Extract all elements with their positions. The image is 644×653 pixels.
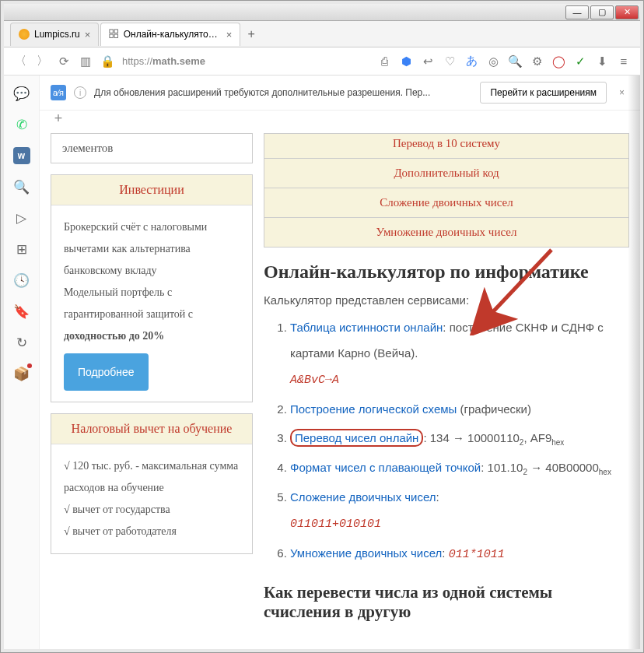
intro-text: Калькулятор представлен сервисами: — [264, 293, 629, 307]
messenger-icon[interactable]: 💬 — [13, 85, 30, 102]
sidebar-plus-row: + — [40, 111, 640, 133]
goto-extensions-button[interactable]: Перейти к расширениям — [480, 82, 607, 104]
item-tail: : 101.102 → 40B00000hex — [481, 461, 611, 474]
window-maximize-button[interactable]: ▢ — [590, 5, 614, 19]
notification-text: Для обновления расширений требуются допо… — [94, 87, 472, 98]
element-fragment: элементов — [51, 133, 253, 163]
forward-button[interactable]: 〉 — [35, 54, 49, 68]
list-item: Таблица истинности онлайн: построение СК… — [290, 314, 629, 393]
list-item: Перевод чисел онлайн: 134 → 100001102, A… — [290, 425, 629, 451]
binary-mul-link[interactable]: Умножение двоичных чисел — [290, 546, 442, 560]
code-sample: 011011+010101 — [290, 518, 381, 531]
toplink-item[interactable]: Умножение двоичных чисел — [264, 218, 628, 247]
card-text: √ 120 тыс. руб. - максимальная сумма рас… — [64, 455, 240, 499]
svg-rect-1 — [114, 30, 117, 33]
search-icon[interactable]: 🔍 — [13, 178, 30, 195]
svg-rect-3 — [114, 34, 117, 37]
svg-rect-0 — [110, 30, 113, 33]
toplink-item[interactable]: Перевод в 10 систему — [264, 134, 628, 159]
tab-close-icon[interactable]: × — [85, 29, 91, 40]
reload-button[interactable]: ⟳ — [57, 54, 71, 68]
window-minimize-button[interactable]: — — [565, 5, 589, 19]
sidebar-add-icon[interactable]: + — [51, 111, 66, 127]
float-format-link[interactable]: Формат чисел с плавающей точкой — [290, 461, 481, 474]
window-close-button[interactable]: ✕ — [615, 5, 639, 19]
back-small-icon[interactable]: ↩ — [421, 54, 435, 68]
notification-close-icon[interactable]: × — [614, 87, 629, 98]
tab-title: Онлайн-калькулятор по и — [124, 29, 222, 40]
more-button[interactable]: Подробнее — [64, 353, 149, 391]
list-item: Построение логической схемы (графически) — [290, 396, 629, 422]
lock-icon[interactable]: 🔒 — [100, 54, 114, 68]
section-heading: Как перевести числа из одной системы счи… — [264, 583, 629, 622]
back-button[interactable]: 〈 — [13, 54, 27, 68]
speed-dial-icon[interactable]: ▥ — [79, 54, 93, 68]
code-sample: 011*1011 — [449, 548, 505, 561]
card-text: √ вычет от государства — [64, 499, 240, 521]
toplink-item[interactable]: Дополнительный код — [264, 159, 628, 188]
download-icon[interactable]: ⬇ — [595, 54, 609, 68]
list-item: Сложение двоичных чисел: 011011+010101 — [290, 484, 629, 537]
camera-icon[interactable]: ⎙ — [377, 54, 391, 68]
toplink-item[interactable]: Сложение двоичных чисел — [264, 188, 628, 218]
card-text: Брокерский счёт с налоговыми вычетами ка… — [64, 216, 240, 282]
tab-close-icon[interactable]: × — [226, 29, 233, 40]
right-column: Перевод в 10 систему Дополнительный код … — [264, 133, 629, 638]
box-icon[interactable]: 📦 — [13, 365, 30, 382]
item-tail: : — [436, 490, 439, 504]
card-text: Модельный портфель с гарантированной защ… — [64, 282, 240, 347]
opera-icon[interactable]: ◯ — [551, 54, 565, 68]
investments-card: Инвестиции Брокерский счёт с налоговыми … — [51, 174, 253, 402]
side-rail: 💬 ✆ w 🔍 ▷ ⊞ 🕓 🔖 ↻ 📦 — [4, 75, 40, 649]
binary-add-link[interactable]: Сложение двоичных чисел — [290, 490, 436, 504]
card-title: Инвестиции — [51, 175, 252, 205]
list-item: Формат чисел с плавающей точкой: 101.102… — [290, 455, 629, 481]
logic-scheme-link[interactable]: Построение логической схемы — [290, 402, 457, 416]
bookmark-icon[interactable]: 🔖 — [13, 303, 30, 320]
page-title: Онлайн-калькулятор по информатике — [264, 262, 629, 283]
shield-green-icon[interactable]: ✓ — [573, 54, 587, 68]
translate-icon[interactable]: あ — [464, 54, 478, 68]
info-icon: i — [74, 86, 86, 99]
notification-bar: a⁄я i Для обновления расширений требуютс… — [40, 75, 640, 111]
left-column: элементов Инвестиции Брокерский счёт с н… — [51, 133, 253, 638]
tab-lumpics[interactable]: Lumpics.ru × — [10, 23, 99, 46]
code-sample: A&BvC→A — [290, 374, 339, 387]
grid-icon[interactable]: ⊞ — [13, 240, 30, 258]
window-titlebar: — ▢ ✕ — [4, 4, 640, 21]
shield-blue-icon[interactable]: ⬢ — [399, 54, 413, 68]
tab-calculator[interactable]: Онлайн-калькулятор по и × — [100, 23, 240, 46]
send-icon[interactable]: ▷ — [13, 209, 30, 226]
whatsapp-icon[interactable]: ✆ — [13, 116, 30, 133]
search-ext-icon[interactable]: 🔍 — [508, 54, 522, 68]
tab-bar: Lumpics.ru × Онлайн-калькулятор по и × + — [4, 21, 640, 47]
tab-favicon — [19, 29, 30, 40]
services-list: Таблица истинности онлайн: построение СК… — [290, 314, 629, 567]
top-links-block: Перевод в 10 систему Дополнительный код … — [264, 133, 629, 248]
card-title: Налоговый вычет на обучение — [51, 414, 252, 444]
card-text: √ вычет от работодателя — [64, 521, 240, 542]
target-icon[interactable]: ◎ — [486, 54, 500, 68]
heart-icon[interactable]: ♡ — [443, 54, 457, 68]
url-text[interactable]: https://math.seme — [122, 55, 205, 67]
svg-rect-2 — [110, 34, 113, 37]
clock-icon[interactable]: 🕓 — [13, 272, 30, 289]
item-tail: : — [442, 546, 448, 560]
tab-favicon-grid-icon — [109, 29, 118, 40]
list-item: Умножение двоичных чисел: 011*1011 — [290, 540, 629, 567]
truth-table-link[interactable]: Таблица истинности онлайн — [290, 321, 443, 334]
translate-badge-icon[interactable]: a⁄я — [51, 85, 66, 100]
tab-title: Lumpics.ru — [34, 29, 80, 40]
gear-icon[interactable]: ⚙ — [530, 54, 544, 68]
history-icon[interactable]: ↻ — [13, 334, 30, 351]
tax-card: Налоговый вычет на обучение √ 120 тыс. р… — [51, 413, 253, 554]
item-tail: : 134 → 100001102, AF9hex — [423, 431, 564, 444]
item-tail: (графически) — [457, 402, 531, 416]
address-bar: 〈 〉 ⟳ ▥ 🔒 https://math.seme ⎙ ⬢ ↩ ♡ あ ◎ … — [4, 47, 640, 75]
vk-icon[interactable]: w — [13, 147, 30, 164]
number-convert-link[interactable]: Перевод чисел онлайн — [290, 429, 423, 447]
card-body: Брокерский счёт с налоговыми вычетами ка… — [51, 205, 252, 402]
menu-icon[interactable]: ≡ — [617, 54, 631, 68]
new-tab-button[interactable]: + — [242, 25, 261, 44]
card-body: √ 120 тыс. руб. - максимальная сумма рас… — [51, 444, 252, 553]
